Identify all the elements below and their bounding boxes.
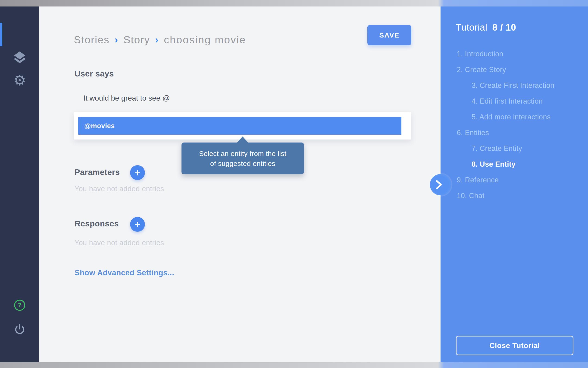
breadcrumb: Stories › Story › choosing movie bbox=[74, 34, 246, 46]
tutorial-step[interactable]: 7. Create Entity bbox=[440, 141, 588, 156]
entity-suggestion-item[interactable]: @movies bbox=[78, 117, 401, 135]
tutorial-step[interactable]: 3. Create First Interaction bbox=[440, 78, 588, 93]
chevron-right-icon: › bbox=[155, 34, 159, 46]
active-nav-indicator bbox=[0, 23, 2, 46]
tutorial-progress: 8 / 10 bbox=[492, 22, 516, 32]
tutorial-step[interactable]: 5. Add more interactions bbox=[440, 109, 588, 125]
breadcrumb-stories[interactable]: Stories bbox=[74, 34, 109, 46]
tooltip-line-1: Select an entity from the list bbox=[199, 148, 287, 158]
tutorial-panel: Tutorial 8 / 10 1. Introduction2. Create… bbox=[440, 0, 588, 368]
tutorial-tooltip: Select an entity from the list of sugges… bbox=[182, 143, 304, 174]
bottom-letterbox-bar bbox=[0, 362, 588, 368]
help-icon[interactable]: ? bbox=[14, 300, 25, 311]
tutorial-step[interactable]: 6. Entities bbox=[440, 125, 588, 141]
story-editor: Stories › Story › choosing movie SAVE Us… bbox=[39, 7, 440, 362]
add-parameter-button[interactable]: + bbox=[130, 165, 145, 180]
add-response-button[interactable]: + bbox=[130, 217, 145, 232]
tutorial-step[interactable]: 10. Chat bbox=[440, 188, 588, 204]
app-window: ⚙ ? Stories › Story › choosing movie SAV… bbox=[0, 0, 588, 368]
tutorial-step[interactable]: 1. Introduction bbox=[440, 46, 588, 62]
tutorial-step[interactable]: 2. Create Story bbox=[440, 62, 588, 78]
chevron-right-icon bbox=[435, 180, 443, 190]
responses-empty-message: You have not added entries bbox=[75, 239, 164, 247]
breadcrumb-current-story: choosing movie bbox=[164, 34, 246, 46]
show-advanced-settings-link[interactable]: Show Advanced Settings... bbox=[75, 268, 174, 277]
entity-suggestion-dropdown: @movies bbox=[74, 112, 411, 139]
user-says-heading: User says bbox=[75, 69, 114, 78]
entity-name: @movies bbox=[84, 122, 115, 130]
tooltip-line-2: of suggested entities bbox=[210, 158, 275, 168]
parameters-empty-message: You have not added entries bbox=[75, 185, 164, 193]
settings-gear-icon[interactable]: ⚙ bbox=[12, 72, 28, 89]
power-icon[interactable] bbox=[14, 323, 25, 335]
tutorial-title: Tutorial 8 / 10 bbox=[456, 22, 516, 33]
sidebar: ⚙ ? bbox=[0, 7, 39, 362]
user-utterance-text[interactable]: It would be great to see @ bbox=[83, 94, 170, 102]
tooltip-arrow-icon bbox=[237, 137, 248, 143]
top-letterbox-bar bbox=[0, 0, 588, 7]
breadcrumb-story[interactable]: Story bbox=[123, 34, 150, 46]
tutorial-title-prefix: Tutorial bbox=[456, 22, 487, 32]
tutorial-step[interactable]: 9. Reference bbox=[440, 172, 588, 188]
save-button[interactable]: SAVE bbox=[367, 25, 411, 45]
next-step-button[interactable] bbox=[430, 174, 451, 195]
help-glyph: ? bbox=[18, 302, 22, 309]
responses-heading: Responses bbox=[75, 219, 119, 228]
parameters-heading: Parameters bbox=[75, 167, 120, 177]
apps-grid-icon[interactable] bbox=[13, 30, 26, 39]
tutorial-steps: 1. Introduction2. Create Story3. Create … bbox=[440, 46, 588, 204]
layers-icon[interactable] bbox=[12, 50, 27, 64]
tutorial-step[interactable]: 8. Use Entity bbox=[440, 156, 588, 172]
tutorial-step[interactable]: 4. Edit first Interaction bbox=[440, 93, 588, 109]
chevron-right-icon: › bbox=[114, 34, 118, 46]
close-tutorial-button[interactable]: Close Tutorial bbox=[456, 336, 573, 355]
